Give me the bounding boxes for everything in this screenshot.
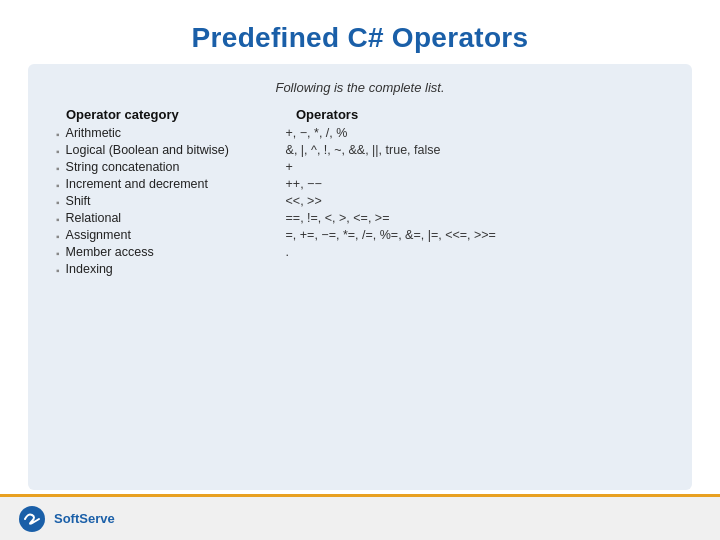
bullet-icon: ▪ [56,214,60,225]
operators-value: + [286,160,668,174]
operators-value [286,262,668,276]
list-item: ▪Indexing [52,262,668,276]
logo-text: SoftServe [54,511,115,526]
list-item: ▪String concatenation+ [52,160,668,174]
slide-title: Predefined C# Operators [40,22,680,54]
footer: SoftServe [0,494,720,540]
category-label: Indexing [66,262,286,276]
bullet-icon: ▪ [56,265,60,276]
softserve-logo-icon [18,505,46,533]
bullet-icon: ▪ [56,231,60,242]
category-label: Member access [66,245,286,259]
intro-text: Following is the complete list. [52,80,668,95]
header-operators: Operators [296,107,668,122]
bullet-icon: ▪ [56,163,60,174]
operator-list: ▪Arithmetic+, −, *, /, %▪Logical (Boolea… [52,126,668,276]
category-label: Assignment [66,228,286,242]
list-item: ▪Logical (Boolean and bitwise)&, |, ^, !… [52,143,668,157]
logo-area: SoftServe [18,505,115,533]
category-label: Arithmetic [66,126,286,140]
list-item: ▪Increment and decrement++, −− [52,177,668,191]
operators-value: <<, >> [286,194,668,208]
operators-value: +, −, *, /, % [286,126,668,140]
svg-point-0 [19,506,45,532]
header-category: Operator category [66,107,296,122]
content-area: Following is the complete list. Operator… [28,64,692,490]
list-item: ▪Assignment=, +=, −=, *=, /=, %=, &=, |=… [52,228,668,242]
title-area: Predefined C# Operators [0,0,720,64]
operators-value: ++, −− [286,177,668,191]
category-label: Shift [66,194,286,208]
operators-value: &, |, ^, !, ~, &&, ||, true, false [286,143,668,157]
table-header: Operator category Operators [52,107,668,122]
bullet-icon: ▪ [56,180,60,191]
operators-value: =, +=, −=, *=, /=, %=, &=, |=, <<=, >>= [286,228,668,242]
category-label: Relational [66,211,286,225]
category-label: Logical (Boolean and bitwise) [66,143,286,157]
list-item: ▪Relational==, !=, <, >, <=, >= [52,211,668,225]
list-item: ▪Arithmetic+, −, *, /, % [52,126,668,140]
bullet-icon: ▪ [56,129,60,140]
bullet-icon: ▪ [56,248,60,259]
operators-value: ==, !=, <, >, <=, >= [286,211,668,225]
bullet-icon: ▪ [56,197,60,208]
category-label: String concatenation [66,160,286,174]
slide: Predefined C# Operators Following is the… [0,0,720,540]
bullet-icon: ▪ [56,146,60,157]
list-item: ▪Member access. [52,245,668,259]
list-item: ▪Shift<<, >> [52,194,668,208]
operators-value: . [286,245,668,259]
category-label: Increment and decrement [66,177,286,191]
